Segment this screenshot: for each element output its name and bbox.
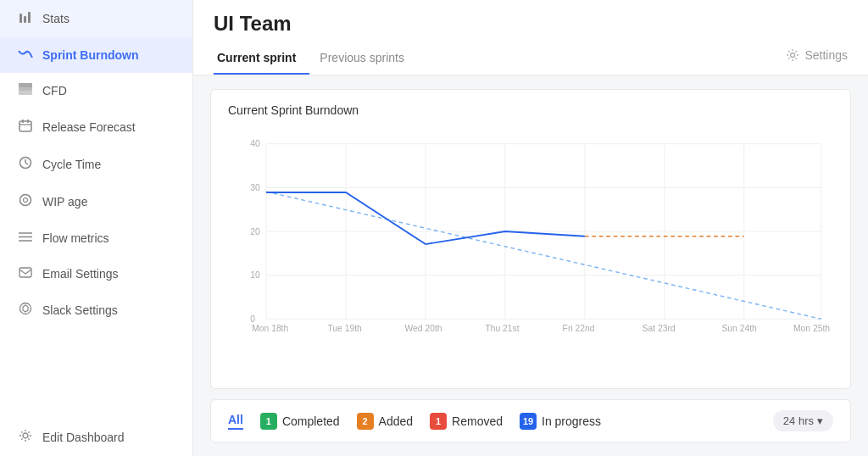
filter-completed[interactable]: 1 Completed: [260, 413, 340, 430]
svg-rect-6: [19, 121, 31, 131]
svg-text:Mon 25th: Mon 25th: [793, 324, 830, 333]
sidebar-item-slack-settings[interactable]: Slack Settings: [0, 292, 192, 329]
sidebar-item-label: Slack Settings: [42, 303, 118, 317]
chart-card: Current Sprint Burndown 40 30 20 10 0: [210, 89, 851, 389]
svg-rect-2: [28, 12, 31, 23]
sidebar-item-label: Email Settings: [42, 267, 118, 281]
filter-removed[interactable]: 1 Removed: [430, 413, 503, 430]
filter-added[interactable]: 2 Added: [357, 413, 413, 430]
page-header: UI Team Current sprint Previous sprints …: [193, 0, 868, 75]
hours-dropdown[interactable]: 24 hrs ▾: [773, 410, 833, 431]
svg-text:Wed 20th: Wed 20th: [405, 324, 442, 333]
hours-label: 24 hrs: [783, 414, 814, 427]
sidebar-item-wip-age[interactable]: WIP age: [0, 183, 192, 220]
svg-line-40: [266, 192, 821, 319]
svg-point-13: [20, 195, 31, 206]
svg-text:Sun 24th: Sun 24th: [721, 324, 757, 333]
burndown-icon: [17, 47, 34, 63]
sidebar-item-email-settings[interactable]: Email Settings: [0, 256, 192, 292]
svg-text:Thu 21st: Thu 21st: [485, 324, 519, 333]
svg-text:Tue 19th: Tue 19th: [327, 324, 362, 333]
svg-text:10: 10: [250, 270, 260, 280]
svg-rect-0: [19, 14, 22, 23]
burndown-chart: 40 30 20 10 0: [228, 122, 833, 342]
svg-rect-18: [19, 268, 31, 277]
flow-metrics-icon: [17, 231, 34, 246]
sidebar-item-label: Flow metrics: [42, 231, 109, 245]
completed-label: Completed: [282, 414, 340, 428]
filter-in-progress[interactable]: 19 In progress: [520, 413, 601, 430]
tab-previous-sprints[interactable]: Previous sprints: [316, 44, 418, 75]
sidebar-item-cycle-time[interactable]: Cycle Time: [0, 146, 192, 183]
gear-icon: [786, 48, 799, 62]
edit-dashboard-icon: [17, 429, 34, 446]
svg-text:0: 0: [250, 314, 255, 324]
sidebar-item-cfd[interactable]: CFD: [0, 73, 192, 108]
sidebar-item-label: Edit Dashboard: [42, 431, 125, 444]
svg-text:Mon 18th: Mon 18th: [252, 324, 288, 333]
dropdown-chevron-icon: ▾: [817, 414, 823, 427]
sidebar-item-flow-metrics[interactable]: Flow metrics: [0, 220, 192, 256]
removed-label: Removed: [452, 414, 503, 428]
chart-container: 40 30 20 10 0: [228, 122, 833, 342]
tab-current-sprint[interactable]: Current sprint: [214, 44, 309, 75]
cycle-time-icon: [17, 156, 34, 173]
completed-badge: 1: [260, 413, 277, 430]
svg-text:Sat 23rd: Sat 23rd: [643, 324, 676, 333]
cfd-icon: [17, 83, 34, 98]
in-progress-badge: 19: [520, 413, 537, 430]
sidebar-item-label: CFD: [42, 84, 67, 97]
sidebar-item-label: Stats: [42, 12, 70, 25]
filter-tab-all[interactable]: All: [228, 413, 243, 430]
main-content: UI Team Current sprint Previous sprints …: [193, 0, 868, 456]
chart-title: Current Sprint Burndown: [228, 103, 833, 117]
in-progress-label: In progress: [542, 414, 601, 428]
removed-badge: 1: [430, 413, 447, 430]
added-label: Added: [379, 414, 413, 428]
svg-text:20: 20: [250, 227, 260, 236]
svg-rect-3: [19, 91, 32, 95]
page-title: UI Team: [214, 12, 848, 36]
svg-text:40: 40: [250, 139, 260, 148]
settings-label: Settings: [804, 48, 848, 62]
email-icon: [17, 266, 34, 281]
added-badge: 2: [357, 413, 374, 430]
svg-text:Fri 22nd: Fri 22nd: [563, 324, 595, 333]
svg-rect-5: [19, 83, 32, 87]
release-forecast-icon: [17, 119, 34, 136]
sidebar-item-stats[interactable]: Stats: [0, 0, 192, 37]
settings-button[interactable]: Settings: [786, 48, 848, 70]
header-tabs: Current sprint Previous sprints Settings: [214, 44, 848, 75]
svg-text:30: 30: [250, 183, 260, 192]
sidebar-item-label: Sprint Burndown: [42, 48, 139, 62]
slack-icon: [17, 302, 34, 319]
sidebar-item-edit-dashboard[interactable]: Edit Dashboard: [0, 419, 192, 456]
sidebar: Stats Sprint Burndown CFD Release Foreca…: [0, 0, 193, 456]
stats-icon: [17, 10, 34, 27]
sidebar-item-label: Release Forecast: [42, 120, 136, 134]
svg-point-14: [24, 198, 28, 203]
sidebar-item-release-forecast[interactable]: Release Forecast: [0, 108, 192, 146]
sidebar-item-label: WIP age: [42, 195, 87, 209]
wip-age-icon: [17, 193, 34, 210]
sidebar-item-sprint-burndown[interactable]: Sprint Burndown: [0, 37, 192, 73]
content-area: Current Sprint Burndown 40 30 20 10 0: [193, 75, 868, 456]
svg-line-12: [25, 163, 28, 164]
svg-rect-1: [24, 16, 26, 23]
svg-point-21: [791, 53, 795, 58]
filter-bar: All 1 Completed 2 Added 1 Removed 19 In …: [210, 399, 851, 442]
svg-rect-4: [19, 87, 32, 91]
sidebar-item-label: Cycle Time: [42, 158, 101, 171]
svg-point-20: [23, 433, 28, 438]
